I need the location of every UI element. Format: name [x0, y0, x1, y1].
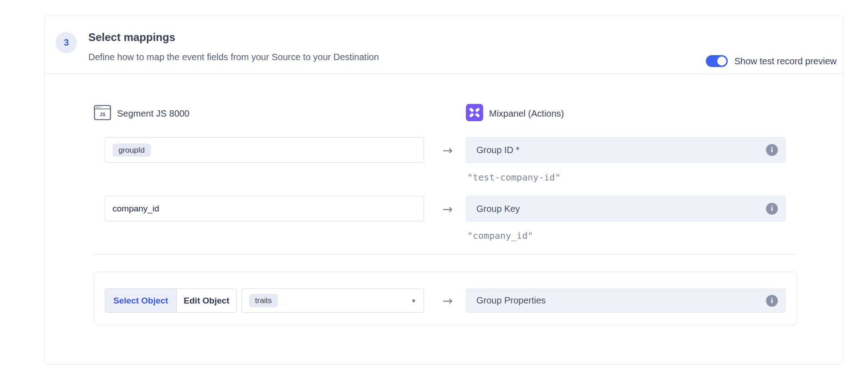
- section-divider: [94, 254, 797, 255]
- destination-field-group-properties[interactable]: Group Properties i: [466, 288, 786, 313]
- test-record-preview-toggle-row: Show test record preview: [706, 55, 837, 67]
- chevron-down-icon: ▾: [412, 297, 415, 305]
- source-name: Segment JS 8000: [117, 108, 189, 119]
- info-icon[interactable]: i: [766, 295, 778, 307]
- edit-object-button[interactable]: Edit Object: [177, 289, 236, 312]
- info-icon[interactable]: i: [766, 203, 778, 215]
- page-subtitle: Define how to map the event fields from …: [88, 52, 379, 62]
- info-icon[interactable]: i: [766, 144, 778, 156]
- object-mode-button-group: Select Object Edit Object: [105, 288, 237, 313]
- select-mappings-card: 3 Select mappings Define how to map the …: [44, 15, 843, 365]
- source-column-header: JS Segment JS 8000: [94, 104, 189, 123]
- destination-field-label: Group Properties: [476, 295, 546, 306]
- mixpanel-logo-icon: [466, 104, 483, 123]
- select-object-button[interactable]: Select Object: [105, 289, 177, 312]
- svg-text:JS: JS: [100, 112, 106, 117]
- source-field-input-company-id[interactable]: company_id: [105, 196, 424, 221]
- show-test-record-toggle[interactable]: [706, 55, 728, 67]
- dropdown-token-chip: traits: [249, 294, 278, 307]
- mapping-arrow-icon: →: [434, 288, 461, 313]
- destination-field-group-key[interactable]: Group Key i: [466, 196, 786, 221]
- js-browser-window-icon: JS: [94, 104, 111, 123]
- destination-name: Mixpanel (Actions): [489, 108, 564, 119]
- destination-column-header: Mixpanel (Actions): [466, 104, 564, 123]
- source-input-text: company_id: [112, 204, 159, 214]
- source-field-input-groupid[interactable]: groupId: [105, 137, 424, 163]
- mapping-arrow-icon: →: [434, 196, 461, 221]
- toggle-knob: [717, 57, 726, 66]
- test-record-preview-value: "test-company-id": [467, 172, 561, 183]
- source-token-chip[interactable]: groupId: [112, 144, 151, 157]
- step-number-badge: 3: [56, 32, 77, 53]
- destination-field-label: Group Key: [476, 204, 520, 214]
- destination-field-label: Group ID *: [476, 145, 519, 155]
- mapping-arrow-icon: →: [434, 137, 461, 163]
- page-title: Select mappings: [88, 31, 175, 44]
- object-source-dropdown[interactable]: traits ▾: [241, 288, 424, 313]
- toggle-label: Show test record preview: [734, 56, 837, 67]
- test-record-preview-value: "company_id": [467, 230, 533, 241]
- destination-field-group-id[interactable]: Group ID * i: [466, 137, 786, 163]
- header-divider: [45, 73, 843, 74]
